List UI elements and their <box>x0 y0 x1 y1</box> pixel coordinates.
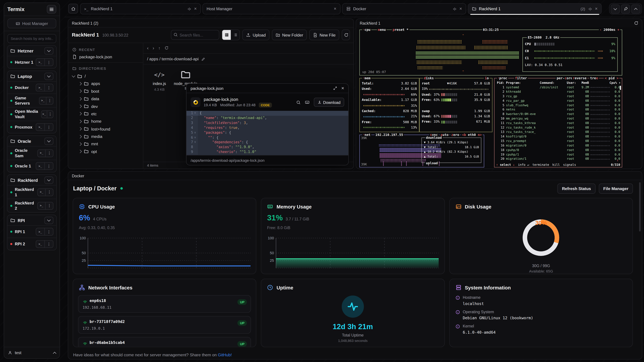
tree-folder-item[interactable]: etc <box>68 110 143 118</box>
tree-folder-item[interactable]: lost+found <box>68 125 143 133</box>
tree-folder-item[interactable]: media <box>68 133 143 140</box>
host-row[interactable]: RackNerd 2>_⋮ <box>8 199 56 212</box>
recent-file-item[interactable]: package-lock.json <box>68 53 143 60</box>
process-row[interactable]: 14ksoftirqd/0root0B0.0 <box>494 135 622 139</box>
new-file-button[interactable]: New File <box>309 29 339 40</box>
process-row[interactable]: 15rcu_preemptroot0B0.0 <box>494 139 622 144</box>
host-menu-button[interactable]: ⋮ <box>44 84 53 91</box>
interface-item[interactable]: br-d6abe1b5cab4UP172.20.0.1 <box>78 337 251 347</box>
tree-folder-item[interactable]: mnt <box>68 140 143 148</box>
expand-icon[interactable] <box>333 86 337 90</box>
host-group-header[interactable]: Hetzner <box>8 45 56 56</box>
host-row[interactable]: Open Media Vault>_⋮ <box>8 107 56 121</box>
host-row[interactable]: Oracle Sam>_⋮ <box>8 146 56 160</box>
process-row[interactable]: 16migration/0root0B0.0 <box>494 143 622 148</box>
close-tab-icon[interactable]: × <box>459 6 462 11</box>
process-row[interactable]: 19cpuhp/1root0B0.0 <box>494 152 622 157</box>
split-tab-icon[interactable] <box>187 7 191 11</box>
host-terminal-button[interactable]: >_ <box>36 59 44 66</box>
refresh-status-button[interactable]: Refresh Status <box>558 183 596 193</box>
file-manager-button[interactable]: File Manager <box>599 183 633 193</box>
group-collapse-button[interactable] <box>44 137 53 145</box>
process-row[interactable]: 10mm_percpu_wqroot0B0.0 <box>494 117 622 121</box>
group-collapse-button[interactable] <box>44 176 53 184</box>
close-tab-icon[interactable]: × <box>334 6 336 11</box>
file-item[interactable]: </>index.js4.3 KB <box>146 69 172 91</box>
host-group-header[interactable]: Oracle <box>8 136 56 146</box>
footer-collapse-button[interactable] <box>53 351 56 355</box>
nav-back-button[interactable]: ‹ <box>147 45 148 50</box>
host-row[interactable]: RPI 1>_⋮ <box>8 225 56 238</box>
process-row[interactable]: 18cpuhp/0root0B0.0 <box>494 148 622 152</box>
tab-racknerd-1[interactable]: >_RackNerd 1× <box>80 3 201 14</box>
tree-folder-item[interactable]: opt <box>68 148 143 155</box>
proc-scrollbar[interactable] <box>620 86 621 90</box>
host-menu-button[interactable]: ⋮ <box>47 111 53 118</box>
keyboard-icon[interactable] <box>305 100 310 105</box>
tree-folder-item[interactable]: boot <box>68 87 143 95</box>
host-terminal-button[interactable]: >_ <box>41 111 47 118</box>
host-row[interactable]: RackNerd 1>_⋮ <box>8 185 56 199</box>
host-group-header[interactable]: RackNerd <box>8 175 56 185</box>
host-menu-button[interactable]: ⋮ <box>45 189 53 196</box>
host-manager-button[interactable]: Host Manager <box>8 18 56 28</box>
group-collapse-button[interactable] <box>44 72 53 80</box>
host-row[interactable]: Docker>_⋮ <box>8 81 56 93</box>
host-menu-button[interactable]: ⋮ <box>44 59 53 66</box>
new-folder-button[interactable]: New Folder <box>272 29 307 40</box>
grid-view-button[interactable] <box>222 30 231 40</box>
sidebar-menu-button[interactable] <box>47 5 56 13</box>
split-tab-icon[interactable] <box>452 7 456 11</box>
terminal-sync-button[interactable] <box>634 21 638 25</box>
host-terminal-button[interactable]: >_ <box>36 241 44 248</box>
host-group-header[interactable]: RPI <box>8 215 56 225</box>
host-terminal-button[interactable]: >_ <box>36 123 44 131</box>
host-terminal-button[interactable]: >_ <box>38 150 45 157</box>
split-tab-icon[interactable] <box>588 7 592 11</box>
process-row[interactable]: 4rcu_par_gproot0B0.0 <box>494 99 622 103</box>
tree-folder-item[interactable]: data <box>68 95 143 103</box>
tab-docker[interactable]: Docker× <box>342 3 466 14</box>
host-menu-button[interactable]: ⋮ <box>44 163 53 170</box>
search-in-file-icon[interactable] <box>296 100 300 104</box>
breadcrumb[interactable]: / apps / termix-download-api <box>143 54 354 64</box>
host-terminal-button[interactable]: >_ <box>38 189 45 196</box>
host-menu-button[interactable]: ⋮ <box>44 123 53 131</box>
host-terminal-button[interactable]: >_ <box>36 163 44 170</box>
host-row[interactable]: Proxmox>_⋮ <box>8 121 56 133</box>
tree-folder-item[interactable]: apps <box>68 80 143 87</box>
interface-item[interactable]: enp6s18UP192.168.68.11 <box>78 295 251 313</box>
process-row[interactable]: 1systemd/sbin/initroot9.2M0.0 <box>494 85 622 90</box>
close-tab-icon[interactable]: × <box>194 6 197 11</box>
home-button[interactable] <box>68 4 78 13</box>
close-tab-icon[interactable]: × <box>595 6 598 11</box>
process-row[interactable]: 8kworker/0:0H-everoot0B0.0 <box>494 112 622 117</box>
tree-folder-item[interactable]: home <box>68 118 143 125</box>
theme-brush-button[interactable] <box>621 4 630 13</box>
process-row[interactable]: 3rcu_gproot0B0.0 <box>494 94 622 99</box>
host-row[interactable]: Game Servers>_⋮ <box>8 93 56 107</box>
process-row[interactable]: 12rcu_tasks_rude_kroot0B0.0 <box>494 126 622 130</box>
host-search-input[interactable] <box>8 34 56 43</box>
github-link[interactable]: GitHub! <box>218 353 232 357</box>
host-terminal-button[interactable]: >_ <box>36 228 44 235</box>
tab-scroll-down-button[interactable] <box>611 4 620 13</box>
tab-racknerd-1[interactable]: RackNerd 1(2)× <box>468 3 602 14</box>
tab-scroll-up-button[interactable] <box>631 4 640 13</box>
host-menu-button[interactable]: ⋮ <box>44 241 53 248</box>
nav-refresh-button[interactable] <box>164 46 168 50</box>
upload-button[interactable]: Upload <box>242 29 270 40</box>
modal-close-icon[interactable]: × <box>341 85 344 91</box>
nav-forward-button[interactable]: › <box>152 45 154 50</box>
group-collapse-button[interactable] <box>44 47 53 54</box>
process-row[interactable]: 2kthreaddroot0B0.0 <box>494 90 622 94</box>
terminal-screen[interactable]: ¹cpumenupreset *03:31:25- 2000ms +up 20d… <box>356 27 642 169</box>
list-view-button[interactable] <box>231 30 240 40</box>
process-row[interactable]: 11rcu_tasks_kthrearoot0B0.0 <box>494 121 622 126</box>
tab-host-manager[interactable]: Host Manager× <box>202 3 340 14</box>
host-row[interactable]: Hetzner 1>_⋮ <box>8 56 56 68</box>
host-menu-button[interactable]: ⋮ <box>45 150 53 157</box>
refresh-files-button[interactable] <box>342 29 350 40</box>
host-menu-button[interactable]: ⋮ <box>46 97 53 104</box>
docker-scrollbar[interactable] <box>639 182 641 231</box>
